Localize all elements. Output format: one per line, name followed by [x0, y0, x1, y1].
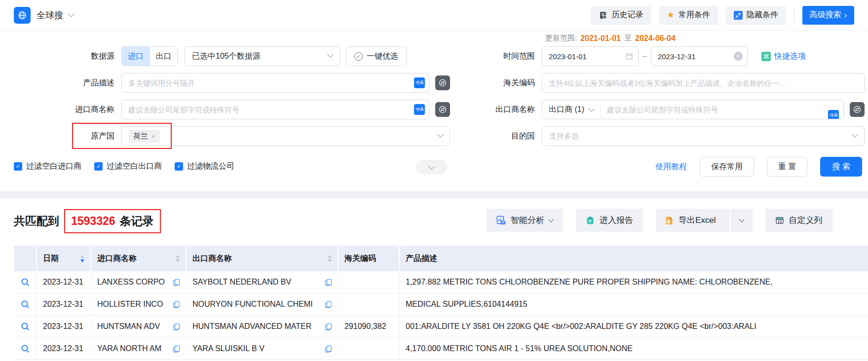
- collapse-form-button[interactable]: [415, 160, 447, 175]
- match-suffix: 条记录: [120, 214, 154, 229]
- table-row: 2023-12-31 LANXESS CORPO SAYBOLT NEDERLA…: [14, 271, 868, 293]
- table-row: 2023-12-31 HUNTSMAN ADV HUNTSMAN ADVANCE…: [14, 316, 868, 338]
- history-button[interactable]: 历史记录: [591, 6, 651, 25]
- calendar-icon: [625, 52, 633, 62]
- cell-exporter: NOURYON FUNCTIONAL CHEMI: [187, 293, 339, 315]
- enter-report-button[interactable]: 进入报告: [576, 209, 643, 232]
- sort-icon[interactable]: [80, 255, 84, 262]
- start-date-field[interactable]: [542, 46, 639, 66]
- copy-icon[interactable]: [173, 279, 180, 286]
- checkbox-checked-icon[interactable]: ✓: [175, 162, 183, 171]
- chevron-down-icon: [327, 51, 334, 58]
- exclude-exporter-button[interactable]: [850, 102, 865, 117]
- hs-code-row: 海关编码: [464, 73, 865, 93]
- origin-country-label: 原产国: [14, 131, 121, 142]
- cell-importer: LANXESS CORPO: [91, 271, 187, 293]
- importer-input[interactable]: [121, 100, 429, 119]
- copy-icon[interactable]: [325, 279, 332, 286]
- copy-icon[interactable]: [325, 301, 332, 308]
- tag-close-icon[interactable]: ×: [151, 133, 155, 140]
- cell-importer: HUNTSMAN ADV: [91, 316, 187, 337]
- cell-product-desc: MEDICAL SUPPLIES,6104144915: [400, 293, 868, 315]
- export-options-button[interactable]: [730, 209, 753, 232]
- cell-hs-code: [339, 271, 400, 293]
- origin-country-select[interactable]: 荷兰 ×: [121, 126, 450, 146]
- header-hs-code: 海关编码: [339, 246, 400, 271]
- translate-icon[interactable]: 中A: [414, 104, 425, 115]
- sort-icon[interactable]: [328, 255, 332, 262]
- end-date-input[interactable]: [651, 46, 748, 66]
- view-detail-magnifier-icon[interactable]: [21, 322, 30, 331]
- checkbox-checked-icon[interactable]: ✓: [94, 162, 103, 171]
- one-key-optimize-button[interactable]: ✓ 一键优选: [346, 46, 407, 66]
- result-actions: BI 智能分析 进入报告 导出Excel 自定义列: [487, 209, 832, 232]
- save-common-button[interactable]: 保存常用: [700, 157, 754, 177]
- globe-logo-icon: [14, 7, 31, 24]
- product-desc-field: 中A: [121, 73, 429, 93]
- cell-product-desc: 001:ARALDITE LY 3581 OH 220KG Q4E <br/>0…: [400, 316, 868, 337]
- tutorial-link[interactable]: 使用教程: [655, 162, 687, 172]
- import-export-segmented: 进口 出口: [121, 46, 178, 66]
- chevron-down-icon: [852, 131, 858, 138]
- copy-icon[interactable]: [173, 345, 180, 353]
- translate-icon[interactable]: 中A: [414, 77, 425, 88]
- hide-conditions-button[interactable]: 隐藏条件: [726, 6, 786, 25]
- app-brand[interactable]: 全球搜: [14, 7, 74, 24]
- chevron-down-icon[interactable]: [68, 11, 75, 17]
- exporter-type-select[interactable]: 出口商 (1): [542, 100, 601, 119]
- product-desc-input[interactable]: [121, 73, 429, 93]
- chevron-down-icon: [428, 163, 435, 170]
- exclude-importer-button[interactable]: [435, 102, 450, 117]
- smart-analysis-button[interactable]: BI 智能分析: [487, 209, 563, 232]
- copy-icon[interactable]: [325, 345, 332, 353]
- cell-product-desc: 4,170.000 METRIC TONS AIR 1 - 51% UREA S…: [400, 338, 868, 360]
- tab-import[interactable]: 进口: [122, 47, 150, 66]
- export-excel-button-group: 导出Excel: [656, 209, 753, 232]
- exporter-field: 出口商 (1) 中A: [542, 100, 844, 119]
- cell-date: 2023-12-31: [37, 271, 91, 293]
- cell-importer: HOLLISTER INCO: [91, 293, 187, 315]
- destination-select[interactable]: 支持多选: [542, 126, 865, 146]
- quick-options-link[interactable]: ⌘ 快捷选项: [761, 51, 806, 62]
- export-excel-button[interactable]: 导出Excel: [656, 209, 725, 232]
- cell-hs-code: [339, 293, 400, 315]
- update-end-date: 2024-06-04: [635, 34, 676, 43]
- exclude-icon: [853, 105, 862, 114]
- start-date-input[interactable]: [542, 46, 639, 66]
- custom-columns-button[interactable]: 自定义列: [765, 209, 832, 232]
- exclude-keywords-button[interactable]: [435, 75, 450, 90]
- checkbox-checked-icon[interactable]: ✓: [14, 162, 22, 171]
- hs-code-field: [542, 73, 865, 93]
- product-desc-label: 产品描述: [14, 78, 121, 88]
- translate-icon[interactable]: 中A: [828, 110, 839, 120]
- copy-icon[interactable]: [173, 301, 180, 308]
- view-detail-magnifier-icon[interactable]: [21, 300, 30, 309]
- data-source-select[interactable]: 已选中105个数据源: [185, 46, 340, 66]
- checkbox-filter-blank-importer[interactable]: ✓ 过滤空白进口商: [14, 161, 81, 172]
- reset-button[interactable]: 重 置: [767, 157, 807, 177]
- end-date-field[interactable]: ×: [651, 46, 748, 66]
- shortcut-icon: ⌘: [761, 52, 771, 61]
- copy-icon[interactable]: [325, 323, 332, 330]
- advanced-search-button[interactable]: 高级搜索 ›: [802, 6, 854, 25]
- tab-export[interactable]: 出口: [150, 47, 177, 66]
- checkbox-filter-logistics[interactable]: ✓ 过滤物流公司: [175, 161, 234, 172]
- header-importer[interactable]: 进口商名称: [91, 246, 187, 271]
- match-prefix: 共匹配到: [14, 214, 59, 229]
- header-date[interactable]: 日期: [37, 246, 91, 271]
- exporter-label: 出口商名称: [464, 105, 542, 115]
- header-exporter[interactable]: 出口商名称: [187, 246, 339, 271]
- importer-field: 中A: [121, 100, 429, 119]
- view-detail-magnifier-icon[interactable]: [21, 278, 30, 287]
- cell-exporter: SAYBOLT NEDERLAND BV: [187, 271, 339, 293]
- copy-icon[interactable]: [173, 323, 180, 330]
- exporter-input[interactable]: [601, 106, 843, 114]
- checkbox-filter-blank-exporter[interactable]: ✓ 过滤空白出口商: [94, 161, 162, 172]
- columns-grid-icon: [775, 216, 784, 225]
- clear-icon[interactable]: ×: [734, 52, 743, 61]
- search-button[interactable]: 搜 索: [820, 157, 862, 177]
- favorites-button[interactable]: ★ 常用条件: [659, 6, 717, 25]
- hs-code-input[interactable]: [542, 73, 865, 93]
- sort-icon[interactable]: [176, 255, 180, 262]
- view-detail-magnifier-icon[interactable]: [21, 344, 30, 354]
